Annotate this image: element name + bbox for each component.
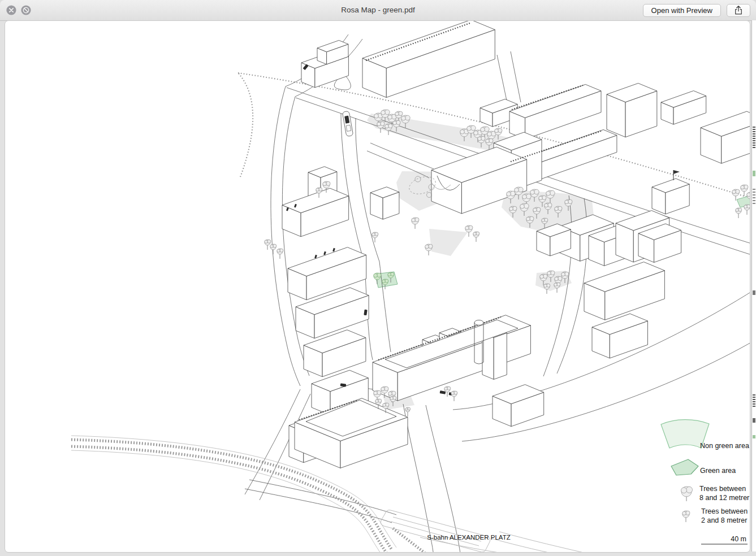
station-label: S-bahn ALEXANDER PLATZ bbox=[427, 534, 510, 541]
legend-label-tree-large-1: Trees between bbox=[699, 485, 746, 493]
next-page-peek[interactable] bbox=[751, 20, 756, 551]
pdf-preview-panel: Non green area Green area Trees between … bbox=[5, 20, 750, 553]
legend-label-green: Green area bbox=[700, 467, 736, 475]
titlebar: Rosa Map - green.pdf Open with Preview bbox=[0, 0, 756, 21]
share-icon bbox=[733, 5, 744, 16]
close-icon bbox=[6, 5, 17, 16]
map-drawing: Non green area Green area Trees between … bbox=[5, 21, 750, 552]
scale-label: 40 m bbox=[731, 535, 746, 543]
buildings bbox=[282, 21, 750, 468]
green-area-swatch bbox=[671, 459, 698, 475]
legend-label-non-green: Non green area bbox=[700, 442, 749, 450]
peek-mark bbox=[753, 127, 755, 149]
map-labels: S-bahn ALEXANDER PLATZ 40 m bbox=[427, 534, 748, 544]
peek-mark bbox=[753, 189, 755, 206]
window-controls bbox=[6, 5, 32, 16]
peek-mark bbox=[753, 290, 755, 295]
scale-bar: 40 m bbox=[701, 535, 748, 544]
legend-label-tree-small-1: Trees between bbox=[701, 507, 748, 515]
share-button[interactable] bbox=[727, 4, 750, 17]
tram bbox=[342, 111, 353, 136]
peek-mark bbox=[753, 435, 755, 438]
peek-mark bbox=[753, 418, 755, 423]
peek-mark bbox=[753, 394, 755, 408]
station-platform bbox=[381, 510, 526, 552]
close-button[interactable] bbox=[6, 5, 17, 16]
block-button[interactable] bbox=[20, 5, 32, 16]
circle-slash-icon bbox=[20, 5, 32, 16]
peek-mark bbox=[753, 171, 755, 176]
quicklook-window: Rosa Map - green.pdf Open with Preview bbox=[0, 0, 756, 556]
open-with-preview-button[interactable]: Open with Preview bbox=[643, 4, 721, 17]
titlebar-actions: Open with Preview bbox=[643, 4, 750, 17]
legend-label-tree-large-2: 8 and 12 metrer bbox=[699, 494, 749, 502]
legend: Non green area Green area Trees between … bbox=[661, 420, 749, 524]
legend-label-tree-small-2: 2 and 8 metrer bbox=[701, 516, 747, 524]
